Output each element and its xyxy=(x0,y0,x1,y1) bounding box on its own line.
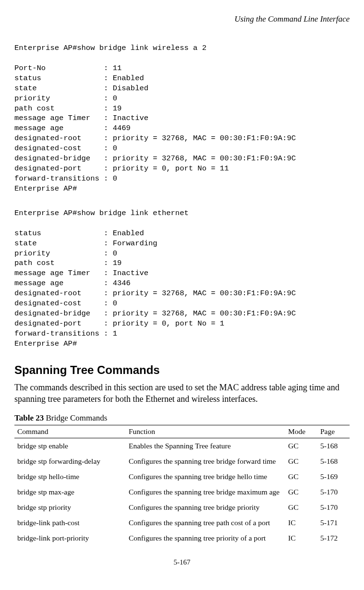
cell-mode: GC xyxy=(285,469,317,484)
table-row: bridge-link path-costConfigures the span… xyxy=(14,515,350,530)
cell-command: bridge stp priority xyxy=(14,500,126,515)
cell-command: bridge-link port-priority xyxy=(14,530,126,546)
running-header: Using the Command Line Interface xyxy=(14,14,350,24)
cell-function: Configures the spanning tree bridge prio… xyxy=(126,500,285,515)
cell-command: bridge stp forwarding-delay xyxy=(14,454,126,469)
table-header-row: Command Function Mode Page xyxy=(14,425,350,438)
cell-mode: IC xyxy=(285,515,317,530)
cell-page: 5-171 xyxy=(317,515,350,530)
table-row: bridge stp hello-timeConfigures the span… xyxy=(14,469,350,484)
section-description: The commands described in this section a… xyxy=(14,382,350,405)
terminal-output-2: Enterprise AP#show bridge link ethernet … xyxy=(14,208,350,349)
cell-function: Configures the spanning tree bridge maxi… xyxy=(126,484,285,500)
table-row: bridge-link port-priorityConfigures the … xyxy=(14,530,350,546)
table-row: bridge stp forwarding-delayConfigures th… xyxy=(14,454,350,469)
table-caption-lead: Table 23 xyxy=(14,413,44,422)
cell-page: 5-170 xyxy=(317,500,350,515)
cell-command: bridge stp max-age xyxy=(14,484,126,500)
page-number: 5-167 xyxy=(14,558,350,566)
cell-function: Configures the spanning tree bridge forw… xyxy=(126,454,285,469)
cell-function: Configures the spanning tree path cost o… xyxy=(126,515,285,530)
cell-function: Configures the spanning tree priority of… xyxy=(126,530,285,546)
cell-page: 5-168 xyxy=(317,438,350,454)
table-row: bridge stp enableEnables the Spanning Tr… xyxy=(14,438,350,454)
cell-function: Enables the Spanning Tree feature xyxy=(126,438,285,454)
th-page: Page xyxy=(317,425,350,438)
bridge-commands-table: Command Function Mode Page bridge stp en… xyxy=(14,425,350,546)
cell-command: bridge stp hello-time xyxy=(14,469,126,484)
th-function: Function xyxy=(126,425,285,438)
table-row: bridge stp priorityConfigures the spanni… xyxy=(14,500,350,515)
cell-page: 5-172 xyxy=(317,530,350,546)
table-row: bridge stp max-ageConfigures the spannin… xyxy=(14,484,350,500)
cell-mode: IC xyxy=(285,530,317,546)
terminal-output-1: Enterprise AP#show bridge link wireless … xyxy=(14,43,350,194)
th-command: Command xyxy=(14,425,126,438)
cell-page: 5-168 xyxy=(317,454,350,469)
cell-mode: GC xyxy=(285,438,317,454)
table-caption: Table 23 Bridge Commands xyxy=(14,413,350,423)
cell-command: bridge stp enable xyxy=(14,438,126,454)
cell-command: bridge-link path-cost xyxy=(14,515,126,530)
cell-mode: GC xyxy=(285,484,317,500)
cell-mode: GC xyxy=(285,454,317,469)
cell-mode: GC xyxy=(285,500,317,515)
cell-page: 5-169 xyxy=(317,469,350,484)
cell-function: Configures the spanning tree bridge hell… xyxy=(126,469,285,484)
cell-page: 5-170 xyxy=(317,484,350,500)
section-heading: Spanning Tree Commands xyxy=(14,363,350,377)
th-mode: Mode xyxy=(285,425,317,438)
table-caption-rest: Bridge Commands xyxy=(44,413,107,422)
